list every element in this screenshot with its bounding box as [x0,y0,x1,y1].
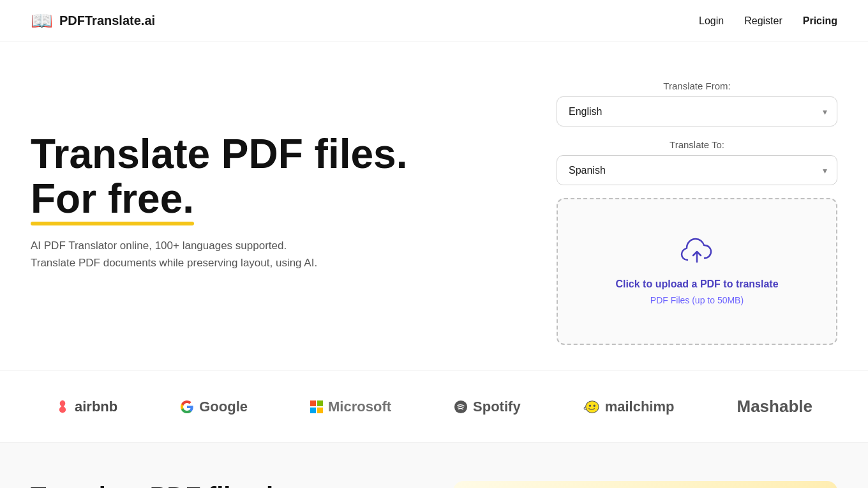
logo-text: PDFTranslate.ai [59,13,155,28]
to-language-select[interactable]: Spanish English French German Chinese Ja… [557,155,837,185]
brand-airbnb: airbnb [56,399,117,415]
brand-mailchimp-label: mailchimp [605,399,675,415]
hero-desc-line1: AI PDF Translator online, 100+ languages… [31,240,287,252]
brand-airbnb-label: airbnb [75,399,117,415]
brand-microsoft-label: Microsoft [328,399,391,415]
hero-description: AI PDF Translator online, 100+ languages… [31,237,388,271]
svg-point-3 [593,404,595,406]
upload-cloud-icon [577,238,817,268]
upload-main-text: Click to upload a PDF to translate [577,278,817,290]
brand-mashable-label: Mashable [737,397,812,416]
logo[interactable]: 📖 PDFTranslate.ai [31,10,155,31]
to-label: Translate To: [557,139,837,150]
bottom-title-line1: Translate PDF files between 100+ [31,482,368,488]
hero-desc-line2: Translate PDF documents while preserving… [31,257,317,269]
bottom-flags-visual: 🇨🇳 🇺🇸 🇪🇸 🇫🇷 🇩🇪 🇯🇵 🇰🇷 🇧🇷 🇷🇺 [453,481,837,488]
brand-google: Google [180,399,248,415]
bottom-section: Translate PDF files between 100+ languag… [0,443,868,488]
svg-point-2 [588,404,590,406]
logo-icon: 📖 [31,10,53,31]
upload-sub-text: PDF Files (up to 50MB) [577,295,817,305]
brand-mashable: Mashable [737,397,812,416]
bottom-title: Translate PDF files between 100+ languag… [31,481,415,488]
main-container: Translate PDF files. For free. AI PDF Tr… [0,42,868,370]
main-nav: Login Register Pricing [699,15,837,27]
bottom-left: Translate PDF files between 100+ languag… [31,481,415,488]
nav-register[interactable]: Register [744,15,782,27]
hero-title-line2: For free. [31,176,194,221]
hero-left: Translate PDF files. For free. AI PDF Tr… [31,80,518,345]
from-language-select[interactable]: English Spanish French German Chinese Ja… [557,96,837,126]
upload-area[interactable]: Click to upload a PDF to translate PDF F… [557,198,837,345]
nav-pricing[interactable]: Pricing [803,15,837,27]
brand-spotify-label: Spotify [473,399,521,415]
nav-login[interactable]: Login [699,15,724,27]
svg-point-1 [585,400,598,413]
site-header: 📖 PDFTranslate.ai Login Register Pricing [0,0,868,42]
hero-title: Translate PDF files. For free. [31,132,518,222]
brand-mailchimp: mailchimp [583,399,675,415]
brands-strip: airbnb Google Microsoft Spotify [0,370,868,443]
hero-title-line1: Translate PDF files. [31,131,407,177]
from-select-wrapper: English Spanish French German Chinese Ja… [557,96,837,126]
brand-spotify: Spotify [454,399,521,415]
to-select-wrapper: Spanish English French German Chinese Ja… [557,155,837,185]
translate-panel: Translate From: English Spanish French G… [557,80,837,345]
brand-microsoft: Microsoft [310,399,391,415]
from-label: Translate From: [557,80,837,91]
brand-google-label: Google [199,399,248,415]
